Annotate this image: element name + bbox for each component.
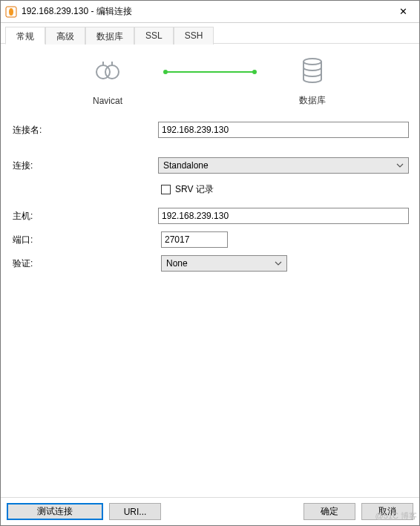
connection-type-select[interactable]: Standalone bbox=[158, 157, 409, 174]
database-icon bbox=[301, 57, 324, 87]
cancel-button[interactable]: 取消 bbox=[361, 503, 413, 520]
checkbox-icon bbox=[161, 185, 171, 194]
diagram-client-label: Navicat bbox=[93, 96, 122, 106]
row-connection-name: 连接名: bbox=[13, 122, 412, 138]
content-area: Navicat 数据库 连接名: 连接: Standalone bbox=[1, 44, 419, 497]
srv-checkbox[interactable]: SRV 记录 bbox=[161, 183, 409, 196]
tab-ssh[interactable]: SSH bbox=[174, 27, 214, 45]
tab-ssl[interactable]: SSL bbox=[134, 27, 174, 45]
svg-point-5 bbox=[303, 59, 321, 65]
srv-checkbox-label: SRV 记录 bbox=[175, 183, 214, 196]
chevron-down-icon bbox=[275, 259, 282, 269]
connection-name-input[interactable] bbox=[158, 122, 409, 138]
row-auth: 验证: None bbox=[13, 255, 412, 272]
connection-name-label: 连接名: bbox=[13, 124, 158, 137]
footer-bar: 测试连接 URI... 确定 取消 bbox=[1, 497, 419, 525]
port-input[interactable] bbox=[161, 231, 228, 248]
window-title: 192.168.239.130 - 编辑连接 bbox=[22, 5, 388, 18]
connection-type-value: Standalone bbox=[163, 160, 209, 171]
test-connection-button[interactable]: 测试连接 bbox=[7, 503, 103, 520]
dialog-window: 192.168.239.130 - 编辑连接 ✕ 常规 高级 数据库 SSL S… bbox=[0, 0, 420, 526]
close-icon: ✕ bbox=[399, 6, 407, 17]
connection-type-label: 连接: bbox=[13, 160, 158, 172]
connection-diagram: Navicat 数据库 bbox=[8, 57, 412, 107]
tab-strip: 常规 高级 数据库 SSL SSH bbox=[1, 23, 419, 44]
tab-database[interactable]: 数据库 bbox=[85, 27, 134, 45]
diagram-connector bbox=[165, 71, 255, 73]
auth-value: None bbox=[166, 258, 188, 269]
svg-point-2 bbox=[105, 65, 119, 79]
title-bar: 192.168.239.130 - 编辑连接 ✕ bbox=[1, 1, 419, 23]
navicat-icon bbox=[94, 59, 121, 88]
app-icon bbox=[5, 6, 17, 18]
diagram-server: 数据库 bbox=[268, 57, 357, 107]
tab-general[interactable]: 常规 bbox=[5, 27, 45, 45]
row-host: 主机: bbox=[13, 208, 412, 224]
port-label: 端口: bbox=[13, 234, 161, 246]
form: 连接名: 连接: Standalone SRV 记录 bbox=[8, 122, 412, 272]
ok-button[interactable]: 确定 bbox=[303, 503, 355, 520]
row-srv: SRV 记录 bbox=[13, 181, 412, 197]
diagram-server-label: 数据库 bbox=[299, 94, 326, 107]
row-port: 端口: bbox=[13, 231, 412, 248]
host-input[interactable] bbox=[158, 208, 409, 224]
chevron-down-icon bbox=[396, 161, 404, 171]
close-button[interactable]: ✕ bbox=[388, 1, 418, 22]
diagram-client: Navicat bbox=[63, 59, 152, 106]
uri-button[interactable]: URI... bbox=[109, 503, 161, 520]
host-label: 主机: bbox=[13, 210, 158, 223]
auth-select[interactable]: None bbox=[161, 255, 287, 272]
row-connection-type: 连接: Standalone bbox=[13, 157, 412, 174]
auth-label: 验证: bbox=[13, 257, 161, 270]
tab-advanced[interactable]: 高级 bbox=[45, 27, 85, 45]
